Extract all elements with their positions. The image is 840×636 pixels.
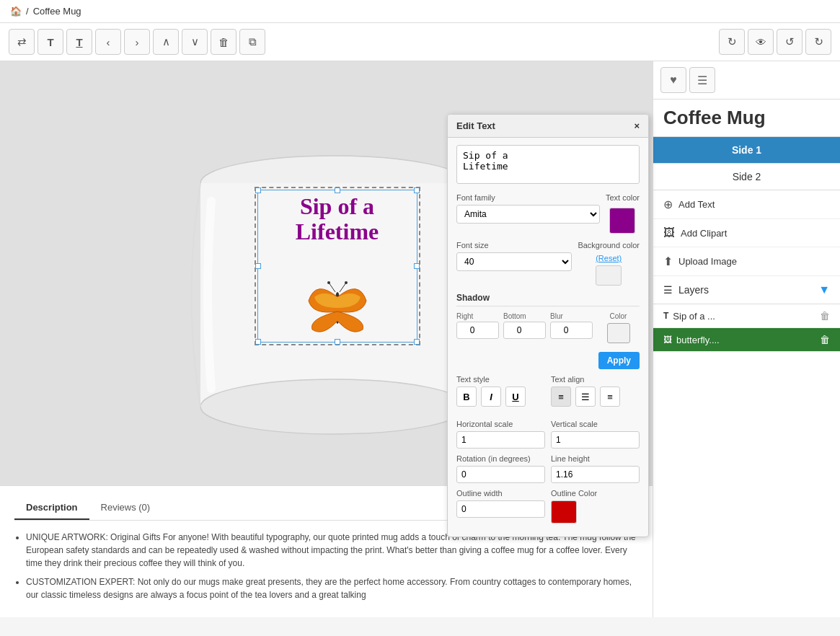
shadow-section-label: Shadow [456, 293, 640, 306]
move-up-button[interactable]: ∧ [153, 29, 179, 55]
bold-button[interactable]: B [456, 387, 477, 407]
layers-header[interactable]: ☰ Layers ▼ [653, 276, 840, 304]
layer-item-butterfly[interactable]: 🖼 butterfly.... 🗑 [653, 328, 840, 352]
add-text-icon: ⊕ [663, 198, 673, 211]
h-scale-input[interactable] [456, 431, 545, 449]
product-title: Coffee Mug [663, 107, 830, 129]
align-right-button[interactable]: ≡ [600, 387, 620, 407]
layer-text-label: Sip of a ... [673, 311, 715, 322]
edit-panel-close-button[interactable]: × [634, 121, 640, 131]
line-height-label: Line height [551, 454, 640, 463]
layer-item-text[interactable]: T Sip of a ... 🗑 [653, 304, 840, 328]
edit-text-input[interactable]: Sip of a Lifetime [456, 145, 640, 184]
breadcrumb-sep: / [26, 6, 29, 17]
text-color-swatch[interactable] [609, 208, 635, 234]
shuffle-button[interactable]: ⇄ [9, 29, 35, 55]
duplicate-button[interactable]: ⧉ [239, 29, 265, 55]
layers-chevron-icon: ▼ [818, 283, 830, 296]
add-text-label: Add Text [678, 199, 715, 210]
design-area[interactable]: Sip of aLifetime [255, 187, 420, 345]
butterfly-image [301, 272, 373, 337]
shadow-right-input[interactable] [456, 322, 499, 339]
h-scale-label: Horizontal scale [456, 420, 545, 428]
handle-ml[interactable] [255, 263, 261, 269]
edit-panel-header: Edit Text × [448, 115, 648, 138]
v-scale-input[interactable] [551, 431, 640, 449]
outline-color-label: Outline Color [551, 489, 640, 498]
prev-button[interactable]: ‹ [95, 29, 121, 55]
desc-bullet-2: CUSTOMIZATION EXPERT: Not only do our mu… [26, 575, 638, 601]
preview-button[interactable]: 👁 [748, 29, 774, 55]
font-family-label: Font family [456, 193, 600, 202]
home-icon[interactable]: 🏠 [10, 6, 22, 17]
svg-point-2 [200, 379, 467, 434]
add-clipart-section[interactable]: 🖼 Add Clipart [653, 219, 840, 247]
font-family-select[interactable]: Amita [456, 205, 600, 224]
text-color-label: Text color [606, 193, 640, 202]
edit-panel-body: Sip of a Lifetime Font family Amita Text… [448, 138, 648, 536]
bg-color-swatch[interactable] [596, 265, 622, 286]
add-clipart-label: Add Clipart [681, 228, 727, 239]
shadow-color-swatch[interactable] [607, 323, 630, 343]
shadow-color-label: Color [610, 312, 627, 320]
font-size-label: Font size [456, 241, 572, 249]
shadow-right-label: Right [456, 312, 499, 320]
underline-button[interactable]: U [505, 387, 526, 407]
next-button[interactable]: › [124, 29, 150, 55]
tab-reviews[interactable]: Reviews (0) [89, 496, 162, 520]
design-text: Sip of aLifetime [256, 188, 419, 244]
redo-button[interactable]: ↺ [805, 29, 831, 55]
edit-panel-title: Edit Text [456, 120, 495, 131]
text-style-label: Text style [456, 375, 545, 384]
delete-button[interactable]: 🗑 [211, 29, 236, 55]
side-tabs: Side 1 Side 2 [653, 137, 840, 190]
breadcrumb-page: Coffee Mug [33, 6, 81, 17]
upload-image-section[interactable]: ⬆ Upload Image [653, 247, 840, 276]
svg-point-6 [327, 281, 330, 284]
tab-description[interactable]: Description [14, 496, 89, 520]
handle-br[interactable] [414, 339, 420, 345]
breadcrumb: 🏠 / Coffee Mug [0, 0, 840, 23]
italic-button[interactable]: I [481, 387, 501, 407]
svg-line-4 [329, 283, 335, 292]
rotation-label: Rotation (in degrees) [456, 454, 545, 463]
shadow-bottom-label: Bottom [503, 312, 546, 320]
menu-button[interactable]: ☰ [689, 67, 715, 93]
favorite-button[interactable]: ♥ [660, 67, 686, 93]
align-left-button[interactable]: ≡ [551, 387, 571, 407]
upload-image-label: Upload Image [678, 256, 737, 267]
add-text-section[interactable]: ⊕ Add Text [653, 190, 840, 219]
apply-button[interactable]: Apply [598, 352, 640, 369]
handle-bc[interactable] [335, 339, 340, 345]
align-center-button[interactable]: ☰ [575, 387, 596, 407]
shadow-blur-label: Blur [550, 312, 593, 320]
edit-text-panel: Edit Text × Sip of a Lifetime Font famil… [447, 114, 649, 537]
outline-width-label: Outline width [456, 489, 545, 498]
handle-mr[interactable] [414, 263, 420, 269]
text-align-label: Text align [551, 375, 640, 384]
v-scale-label: Vertical scale [551, 420, 640, 428]
outline-color-swatch[interactable] [551, 500, 577, 524]
refresh-button[interactable]: ↻ [719, 29, 745, 55]
layer-text-delete[interactable]: 🗑 [820, 310, 830, 322]
layer-butterfly-icon: 🖼 [663, 335, 672, 345]
side-tab-2[interactable]: Side 2 [653, 164, 840, 190]
bg-color-label: Background color [578, 241, 640, 249]
shadow-bottom-input[interactable] [503, 322, 546, 339]
undo-button[interactable]: ↺ [777, 29, 803, 55]
move-down-button[interactable]: ∨ [182, 29, 208, 55]
font-size-select[interactable]: 40 [456, 252, 572, 271]
shadow-blur-input[interactable] [550, 322, 593, 339]
description-list: UNIQUE ARTWORK: Original Gifts For anyon… [14, 531, 638, 601]
line-height-input[interactable] [551, 466, 640, 483]
bg-color-reset[interactable]: (Reset) [596, 254, 622, 262]
handle-bl[interactable] [255, 339, 261, 345]
layer-butterfly-delete[interactable]: 🗑 [820, 334, 830, 345]
outline-width-input[interactable] [456, 500, 545, 518]
rotation-input[interactable] [456, 466, 545, 483]
add-clipart-icon: 🖼 [663, 226, 675, 239]
svg-line-5 [340, 283, 346, 292]
text-button[interactable]: T [37, 29, 63, 55]
text-style-button[interactable]: T [66, 29, 92, 55]
side-tab-1[interactable]: Side 1 [653, 137, 840, 164]
